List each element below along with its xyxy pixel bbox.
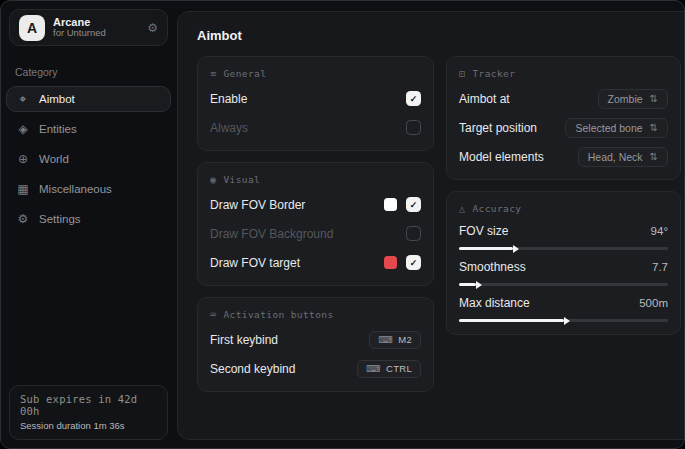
first-keybind-button[interactable]: ⌨ M2 <box>369 331 421 349</box>
globe-icon: ⊕ <box>16 152 30 166</box>
subscription-card: Sub expires in 42d 00h Session duration … <box>9 385 168 440</box>
entities-icon: ◈ <box>16 122 30 136</box>
setting-row-fov-background: Draw FOV Background <box>210 223 421 244</box>
tracker-card: ⊡ Tracker Aimbot at Zombie ⇅ Target posi… <box>446 56 681 180</box>
max-distance-slider[interactable] <box>459 319 668 322</box>
sidebar-item-aimbot[interactable]: ⌖ Aimbot <box>6 86 171 112</box>
fov-size-slider-block: FOV size 94° <box>459 224 668 250</box>
sub-expiry-text: Sub expires in 42d 00h <box>20 393 157 417</box>
second-keybind-button[interactable]: ⌨ CTRL <box>357 360 421 378</box>
keyboard-icon: ⌨ <box>366 363 381 374</box>
sidebar: A Arcane for Unturned ⚙ Category ⌖ Aimbo… <box>1 1 176 448</box>
setting-row-always: Always <box>210 117 421 138</box>
always-checkbox[interactable] <box>406 120 421 135</box>
grid-icon: ▦ <box>16 182 30 196</box>
fov-background-checkbox[interactable] <box>406 226 421 241</box>
setting-row-first-keybind: First keybind ⌨ M2 <box>210 329 421 350</box>
sidebar-item-label: Miscellaneous <box>39 183 112 195</box>
visual-card: ◉ Visual Draw FOV Border ✓ Draw FOV Back… <box>197 162 434 286</box>
sidebar-item-miscellaneous[interactable]: ▦ Miscellaneous <box>6 176 171 202</box>
sidebar-item-entities[interactable]: ◈ Entities <box>6 116 171 142</box>
sidebar-nav: ⌖ Aimbot ◈ Entities ⊕ World ▦ Miscellane… <box>1 86 176 232</box>
keyboard-icon: ⌨ <box>210 309 216 320</box>
session-duration-text: Session duration 1m 36s <box>20 420 157 431</box>
fov-target-checkbox[interactable]: ✓ <box>406 255 421 270</box>
smoothness-value: 7.7 <box>652 261 668 273</box>
setting-row-fov-target: Draw FOV target ✓ <box>210 252 421 273</box>
setting-row-enable: Enable ✓ <box>210 88 421 109</box>
focus-icon: ⊡ <box>459 68 465 79</box>
sidebar-item-settings[interactable]: ⚙ Settings <box>6 206 171 232</box>
crosshair-icon: ⌖ <box>16 92 30 106</box>
sidebar-item-world[interactable]: ⊕ World <box>6 146 171 172</box>
fov-size-slider[interactable] <box>459 247 668 250</box>
section-title-accuracy: Accuracy <box>472 203 521 214</box>
chevrons-up-down-icon: ⇅ <box>650 122 658 133</box>
sidebar-item-label: Entities <box>39 123 77 135</box>
max-distance-slider-block: Max distance 500m <box>459 296 668 322</box>
enable-checkbox[interactable]: ✓ <box>406 91 421 106</box>
sliders-icon: ≡ <box>210 68 216 79</box>
app-logo-card: A Arcane for Unturned ⚙ <box>9 9 168 46</box>
app-window: A Arcane for Unturned ⚙ Category ⌖ Aimbo… <box>0 0 685 449</box>
section-title-general: General <box>223 68 266 79</box>
eye-icon: ◉ <box>210 174 216 185</box>
fov-size-value: 94° <box>651 225 668 237</box>
accuracy-card: △ Accuracy FOV size 94° <box>446 191 681 335</box>
target-position-dropdown[interactable]: Selected bone ⇅ <box>565 118 668 138</box>
fov-target-color-swatch[interactable] <box>384 256 397 269</box>
chevrons-up-down-icon: ⇅ <box>650 93 658 104</box>
setting-row-model-elements: Model elements Head, Neck ⇅ <box>459 146 668 167</box>
setting-row-second-keybind: Second keybind ⌨ CTRL <box>210 358 421 379</box>
sidebar-item-label: Aimbot <box>39 93 75 105</box>
setting-row-fov-border: Draw FOV Border ✓ <box>210 194 421 215</box>
main-area: Aimbot ≡ General Enable ✓ <box>176 1 685 448</box>
section-title-activation: Activation buttons <box>223 309 333 320</box>
fov-border-color-swatch[interactable] <box>384 198 397 211</box>
main-panel: Aimbot ≡ General Enable ✓ <box>177 11 685 440</box>
setting-row-target-position: Target position Selected bone ⇅ <box>459 117 668 138</box>
sidebar-item-label: Settings <box>39 213 81 225</box>
section-title-visual: Visual <box>223 174 260 185</box>
app-subtitle: for Unturned <box>53 28 139 39</box>
app-logo: A <box>19 15 45 41</box>
category-label: Category <box>15 66 162 78</box>
activation-card: ⌨ Activation buttons First keybind ⌨ M2 … <box>197 297 434 392</box>
section-title-tracker: Tracker <box>472 68 515 79</box>
sidebar-item-label: World <box>39 153 69 165</box>
smoothness-slider-block: Smoothness 7.7 <box>459 260 668 286</box>
gear-icon: ⚙ <box>16 212 30 226</box>
general-card: ≡ General Enable ✓ Always <box>197 56 434 151</box>
page-title: Aimbot <box>197 28 681 43</box>
model-elements-dropdown[interactable]: Head, Neck ⇅ <box>578 147 668 167</box>
chevrons-up-down-icon: ⇅ <box>650 151 658 162</box>
aimbot-at-dropdown[interactable]: Zombie ⇅ <box>598 89 668 109</box>
keyboard-icon: ⌨ <box>378 334 393 345</box>
fov-border-checkbox[interactable]: ✓ <box>406 197 421 212</box>
smoothness-slider[interactable] <box>459 283 668 286</box>
setting-row-aimbot-at: Aimbot at Zombie ⇅ <box>459 88 668 109</box>
max-distance-value: 500m <box>639 297 668 309</box>
triangle-icon: △ <box>459 203 465 214</box>
settings-gear-icon[interactable]: ⚙ <box>147 21 158 35</box>
